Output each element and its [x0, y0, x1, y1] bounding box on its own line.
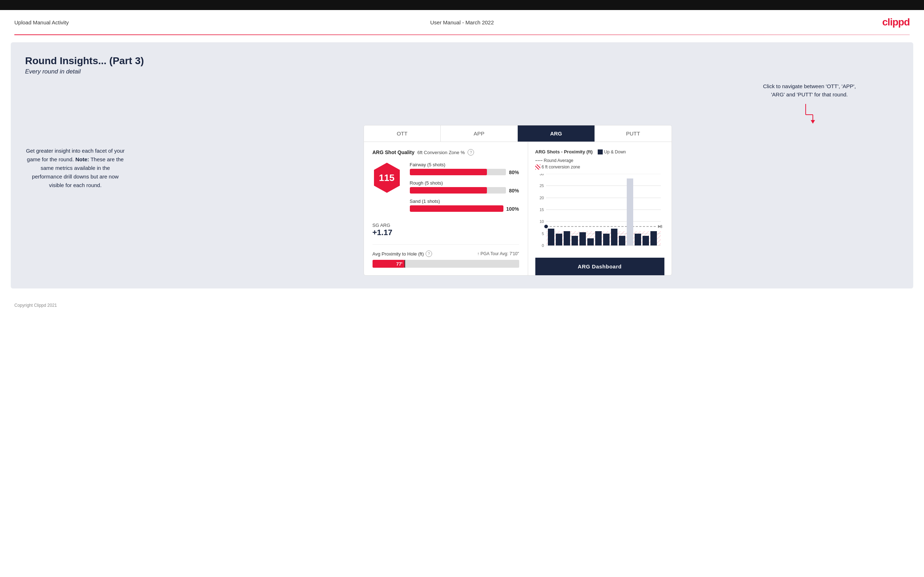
- proximity-pga: ↑ PGA Tour Avg: 7'10": [477, 251, 519, 256]
- bars-section: Fairway (5 shots) 80% Ro: [410, 162, 519, 217]
- proximity-bar-value: 77': [396, 261, 403, 267]
- sg-value: +1.17: [373, 228, 519, 237]
- svg-rect-36: [635, 234, 641, 245]
- arg-score-hexagon: 115: [373, 162, 401, 193]
- svg-text:30: 30: [539, 174, 544, 176]
- svg-text:0: 0: [541, 243, 544, 248]
- page-subtitle: Every round in detail: [25, 68, 899, 75]
- bar-row-fairway: Fairway (5 shots) 80%: [410, 162, 519, 175]
- legend-up-down: Up & Down: [598, 150, 626, 155]
- section-title: ARG Shot Quality: [373, 150, 415, 155]
- card-left: ARG Shot Quality 6ft Conversion Zone % ?: [364, 142, 528, 275]
- nav-annotation: Click to navigate between 'OTT', 'APP','…: [763, 82, 856, 98]
- header-center-text: User Manual - March 2022: [430, 19, 494, 26]
- bar-pct-rough: 80%: [509, 188, 519, 193]
- bar-fill-fairway: [410, 169, 487, 175]
- bar-row-rough: Rough (5 shots) 80%: [410, 180, 519, 193]
- proximity-info-icon[interactable]: ?: [426, 250, 432, 257]
- svg-rect-27: [564, 231, 570, 245]
- arrow-annotation: [763, 102, 856, 124]
- svg-rect-26: [556, 234, 562, 245]
- tab-arg[interactable]: ARG: [518, 126, 595, 142]
- bar-fill-rough: [410, 187, 487, 193]
- right-section: OTT APP ARG PUTT ARG Shot Quality 6ft Co…: [136, 125, 899, 276]
- svg-text:25: 25: [539, 184, 544, 188]
- svg-text:15: 15: [539, 208, 544, 212]
- chart-area: 0 5 10 15 20 25 30: [535, 174, 664, 254]
- hexagon-container: 115: [373, 162, 401, 193]
- proximity-section: Avg Proximity to Hole (ft) ? ↑ PGA Tour …: [373, 244, 519, 268]
- bar-track-rough: [410, 187, 506, 193]
- proximity-cursor: [404, 260, 405, 268]
- score-area: 115 Fairway (5 shots): [373, 162, 519, 217]
- upload-manual-activity-link[interactable]: Upload Manual Activity: [15, 19, 69, 26]
- footer-copyright: Copyright Clippd 2021: [15, 303, 57, 308]
- svg-rect-29: [580, 232, 586, 245]
- bar-label-sand: Sand (1 shots): [410, 198, 519, 204]
- svg-text:10: 10: [539, 219, 544, 224]
- left-panel: Get greater insight into each facet of y…: [25, 125, 126, 190]
- legend-square-icon: [598, 150, 603, 155]
- svg-rect-32: [603, 234, 609, 245]
- svg-marker-3: [811, 120, 815, 124]
- bar-track-sand: [410, 205, 503, 212]
- legend-round-avg: Round Average: [535, 158, 574, 163]
- legend-conversion: 6 ft conversion zone: [535, 164, 664, 169]
- chart-header-row: ARG Shots - Proximity (ft) Up & Down Rou…: [535, 149, 664, 163]
- proximity-bar-track: 77': [373, 260, 519, 268]
- svg-rect-25: [548, 229, 554, 245]
- content-layout: Get greater insight into each facet of y…: [25, 125, 899, 276]
- bar-pct-sand: 100%: [506, 206, 519, 212]
- bar-fill-sand: [410, 205, 503, 212]
- insights-card: OTT APP ARG PUTT ARG Shot Quality 6ft Co…: [363, 125, 672, 276]
- arg-dashboard-button[interactable]: ARG Dashboard: [535, 258, 664, 275]
- svg-rect-35: [627, 179, 633, 245]
- legend-dashed-icon: [535, 160, 543, 161]
- svg-point-23: [544, 225, 548, 228]
- section-subtitle: 6ft Conversion Zone %: [417, 150, 465, 155]
- tab-putt[interactable]: PUTT: [595, 126, 672, 142]
- left-panel-description: Get greater insight into each facet of y…: [25, 147, 126, 190]
- proximity-header: Avg Proximity to Hole (ft) ? ↑ PGA Tour …: [373, 250, 519, 257]
- svg-rect-33: [611, 229, 617, 245]
- svg-rect-34: [619, 236, 625, 245]
- bar-label-fairway: Fairway (5 shots): [410, 162, 519, 168]
- card-right: ARG Shots - Proximity (ft) Up & Down Rou…: [528, 142, 672, 275]
- tab-ott[interactable]: OTT: [364, 126, 441, 142]
- top-bar: [0, 0, 924, 10]
- page-title: Round Insights... (Part 3): [25, 55, 899, 67]
- section-header: ARG Shot Quality 6ft Conversion Zone % ?: [373, 149, 519, 156]
- clippd-logo: clippd: [882, 16, 909, 28]
- info-icon[interactable]: ?: [468, 149, 474, 156]
- svg-rect-38: [650, 231, 657, 245]
- bar-pct-fairway: 80%: [509, 169, 519, 175]
- tab-row: OTT APP ARG PUTT: [364, 126, 672, 142]
- proximity-title: Avg Proximity to Hole (ft) ?: [373, 250, 433, 257]
- bar-track-fairway: [410, 169, 506, 175]
- svg-text:20: 20: [539, 196, 544, 200]
- footer: Copyright Clippd 2021: [0, 296, 924, 315]
- sg-section: SG ARG +1.17: [373, 222, 519, 237]
- svg-rect-28: [572, 236, 578, 245]
- chart-svg: 0 5 10 15 20 25 30: [535, 174, 664, 253]
- svg-rect-30: [587, 239, 594, 245]
- chart-title: ARG Shots - Proximity (ft): [535, 149, 593, 155]
- sg-label: SG ARG: [373, 222, 519, 228]
- header: Upload Manual Activity User Manual - Mar…: [0, 10, 924, 34]
- svg-rect-31: [595, 231, 602, 245]
- main-content: Round Insights... (Part 3) Every round i…: [11, 42, 913, 288]
- bar-label-rough: Rough (5 shots): [410, 180, 519, 185]
- card-body: ARG Shot Quality 6ft Conversion Zone % ?: [364, 142, 672, 275]
- svg-rect-37: [643, 236, 649, 245]
- bar-row-sand: Sand (1 shots) 100%: [410, 198, 519, 212]
- legend-hatched-icon: [535, 164, 540, 169]
- proximity-bar-fill: 77': [373, 260, 405, 268]
- svg-text:5: 5: [541, 232, 544, 236]
- tab-app[interactable]: APP: [441, 126, 518, 142]
- header-divider: [15, 34, 909, 35]
- hexagon-value: 115: [379, 172, 394, 184]
- chart-header: ARG Shots - Proximity (ft) Up & Down Rou…: [535, 149, 664, 169]
